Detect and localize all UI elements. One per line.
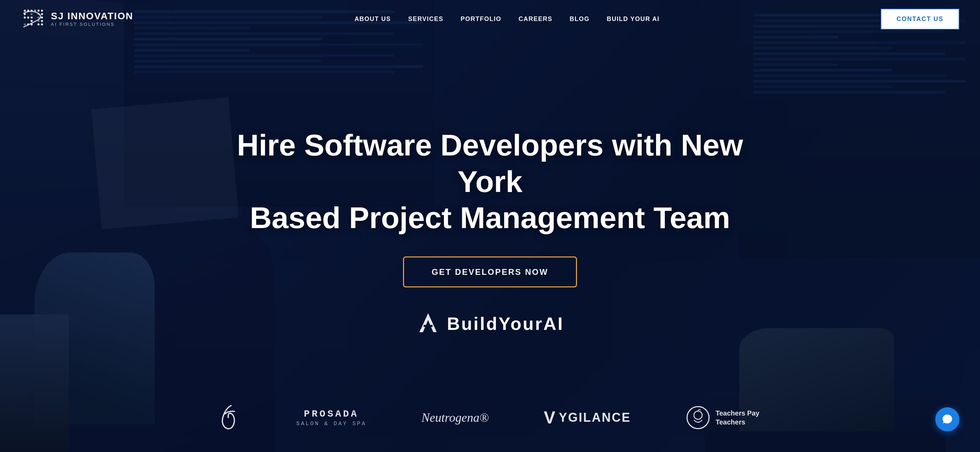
svg-point-18 [41,20,43,22]
company-tagline: AI FIRST SOLUTIONS [51,22,134,27]
nav-blog[interactable]: BLOG [570,16,590,23]
teachers-logo-text-line1: Teachers Pay [716,409,760,418]
svg-point-11 [24,16,26,19]
vygilance-client-logo: V YGILANCE [544,409,631,426]
svg-point-23 [41,23,43,25]
neutrogena-logo-text: Neutrogena® [422,411,489,425]
build-ai-icon [416,311,440,336]
nav-careers[interactable]: CAREERS [519,16,553,23]
vygilance-logo-text: YGILANCE [559,411,631,425]
neutrogena-client-logo: Neutrogena® [422,411,489,425]
vygilance-v: V [544,409,555,426]
svg-point-12 [27,16,29,19]
svg-point-14 [38,16,40,19]
nav-portfolio[interactable]: PORTFOLIO [461,16,502,23]
svg-point-8 [30,13,33,15]
nav-services[interactable]: SERVICES [408,16,444,23]
client-logos-bar: PROSADA SALON & DAY SPA Neutrogena® V YG… [0,404,980,431]
nav-blog-link[interactable]: BLOG [570,16,590,22]
nav-links: ABOUT US SERVICES PORTFOLIO CAREERS BLOG… [355,16,660,23]
hero-title-line2: Based Project Management Team [250,201,730,235]
hero-section: SJ INNOVATION AI FIRST SOLUTIONS ABOUT U… [0,0,980,452]
prosada-logo-text: PROSADA [304,409,359,419]
teachers-text-block: Teachers Pay Teachers [716,409,760,427]
prosada-sub-text: SALON & DAY SPA [296,421,367,427]
hero-title: Hire Software Developers with New York B… [215,127,765,236]
svg-point-22 [38,23,40,25]
logo-area[interactable]: SJ INNOVATION AI FIRST SOLUTIONS [21,6,134,31]
nav-about-link[interactable]: ABOUT US [355,16,391,22]
sj-logo-icon [21,6,45,31]
nav-careers-link[interactable]: CAREERS [519,16,553,22]
contact-button[interactable]: CONTACT US [881,9,959,30]
svg-point-10 [41,13,43,15]
teachers-logo-text-line2: Teachers [716,418,760,427]
svg-point-16 [30,20,33,22]
chat-bubble-button[interactable] [935,407,959,431]
navbar: SJ INNOVATION AI FIRST SOLUTIONS ABOUT U… [0,0,980,38]
svg-point-15 [41,16,43,19]
logo-text: SJ INNOVATION AI FIRST SOLUTIONS [51,11,134,27]
nav-build-ai-link[interactable]: BUILD YOUR AI [607,16,660,22]
tara-client-logo [221,404,242,431]
chat-icon [941,413,953,425]
nav-services-link[interactable]: SERVICES [408,16,444,22]
nav-build-ai[interactable]: BUILD YOUR AI [607,16,660,23]
company-name: SJ INNOVATION [51,11,134,22]
svg-point-28 [694,411,702,419]
nav-portfolio-link[interactable]: PORTFOLIO [461,16,502,22]
svg-point-6 [41,10,43,12]
teachers-client-logo: Teachers Pay Teachers [686,406,760,430]
prosada-client-logo: PROSADA SALON & DAY SPA [296,409,367,427]
teachers-logo-icon [686,406,710,430]
svg-point-13 [30,16,33,19]
tara-logo-icon [221,404,242,431]
build-ai-logo: BuildYourAI [215,311,765,336]
hero-content: Hire Software Developers with New York B… [215,127,765,363]
svg-point-5 [38,10,40,12]
svg-point-27 [687,407,709,429]
hero-title-line1: Hire Software Developers with New York [237,128,743,199]
cta-button[interactable]: GET DEVELOPERS NOW [403,256,577,287]
svg-point-1 [24,10,26,12]
svg-point-19 [24,23,26,25]
svg-marker-24 [420,313,437,332]
build-ai-text: BuildYourAI [447,313,564,334]
nav-about[interactable]: ABOUT US [355,16,391,23]
